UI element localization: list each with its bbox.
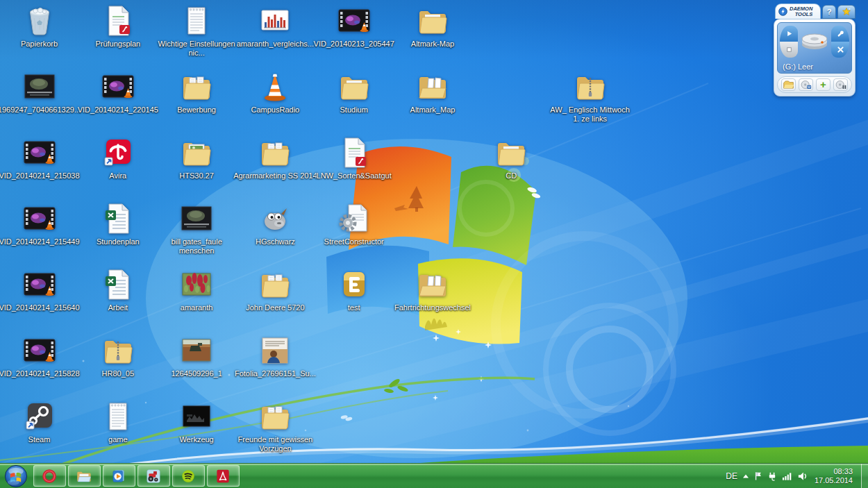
settings-wrench-button[interactable] <box>831 26 849 42</box>
desktop-icon-pruefungsplan[interactable]: Prüfungsplan <box>78 4 157 49</box>
gimp-icon <box>258 202 292 235</box>
desktop-icon-aw-englisch[interactable]: AW_ Englisch Mittwoch 1. ze links <box>551 70 629 124</box>
show-hidden-icons-button[interactable] <box>742 473 749 479</box>
unmount-stop-button[interactable] <box>780 42 798 58</box>
desktop-icon-hts30-27[interactable]: HTS30.27 <box>158 136 236 180</box>
windows-logo-icon <box>4 464 28 488</box>
desktop-icon-hr80-05[interactable]: HR80_05 <box>78 334 157 378</box>
clock-time: 08:33 <box>815 467 853 476</box>
desktop-icon-altmark-map-2[interactable]: Altmark_Map <box>394 70 472 115</box>
video-icon <box>101 70 135 103</box>
desktop-icon-john-deere-5720[interactable]: John Deere 5720 <box>236 268 315 312</box>
desktop-icon-bill-gates[interactable]: bill gates_faule menschen <box>158 202 236 255</box>
desktop-icon-test[interactable]: test <box>315 268 393 312</box>
avira-icon <box>101 136 135 169</box>
desktop-icon-vid-20140214-220145[interactable]: VID_20140214_220145 <box>78 70 157 115</box>
desktop-icon-wichtige-einstellungen[interactable]: Wichtige Einstellungen nic... <box>158 4 236 58</box>
desktop-icon-1264509296-1[interactable]: 1264509296_1 <box>158 334 236 378</box>
desktop-icon-stundenplan[interactable]: Stundenplan <box>78 202 157 246</box>
taskbar-button-opera[interactable] <box>33 465 66 487</box>
photo-dark-icon <box>180 202 213 235</box>
farming-simulator-icon <box>144 467 162 485</box>
desktop-icon-steam[interactable]: Steam <box>0 400 78 444</box>
show-desktop-button[interactable] <box>861 464 868 488</box>
gadget-help-button[interactable]: ? <box>822 5 836 19</box>
video-icon <box>23 268 56 301</box>
desktop-icon-fotolia[interactable]: Fotolia_27696151_Su... <box>236 334 315 378</box>
desktop-icon-bewerbung[interactable]: Bewerbung <box>158 70 236 115</box>
network-signal-icon[interactable] <box>782 471 792 481</box>
chevron-up-icon <box>742 473 749 479</box>
desktop-icon-vid-20140214-215038[interactable]: VID_20140214_215038 <box>0 136 78 180</box>
play-icon <box>785 30 793 37</box>
taskbar-button-wmp[interactable] <box>103 465 135 487</box>
desktop-icons-layer: Papierkorb Prüfungsplan Wichtige Einstel… <box>0 0 868 458</box>
folder-zip-icon <box>574 70 607 103</box>
volume-icon[interactable] <box>797 471 808 481</box>
folder-docs-icon <box>258 136 292 169</box>
photo-field-icon <box>180 334 213 367</box>
desktop-icon-hgschwarz[interactable]: HGschwarz <box>236 202 315 246</box>
folder-photo-icon <box>180 136 213 169</box>
disc-pause-icon <box>835 80 846 90</box>
daemon-tools-tab[interactable]: DAEMON TOOLS <box>775 3 821 19</box>
desktop-icon-vid-20140214-215449[interactable]: VID_20140214_215449 <box>0 202 78 246</box>
device-control-button[interactable] <box>833 78 848 91</box>
desktop-icon-streetconstructor[interactable]: StreetConstructor <box>315 202 393 246</box>
close-x-button[interactable] <box>831 42 849 58</box>
desktop-icon-vid-20140214-215828[interactable]: VID_20140214_215828 <box>0 334 78 378</box>
desktop-icon-papierkorb[interactable]: Papierkorb <box>0 4 78 49</box>
daemon-tools-gadget: DAEMON TOOLS ? <box>774 3 856 96</box>
photo-black-icon <box>180 400 213 433</box>
spotify-icon <box>179 467 197 485</box>
stop-icon <box>785 46 793 53</box>
taskbar-button-spotify[interactable] <box>172 465 205 487</box>
desktop-icon-vid-20140214-215640[interactable]: VID_20140214_215640 <box>0 268 78 312</box>
clock[interactable]: 08:33 17.05.2014 <box>815 467 853 485</box>
notepad-icon <box>101 400 135 433</box>
desktop: Papierkorb Prüfungsplan Wichtige Einstel… <box>0 0 868 488</box>
desktop-icon-arbeit[interactable]: Arbeit <box>78 268 157 312</box>
doc-gear-icon <box>337 202 371 235</box>
mount-image-button[interactable] <box>781 78 796 91</box>
desktop-icon-altmark-map[interactable]: Altmark-Map <box>394 4 472 49</box>
action-center-flag-icon[interactable] <box>754 471 762 481</box>
taskbar-button-adobe-reader[interactable] <box>207 465 240 487</box>
add-drive-button[interactable]: + <box>816 78 831 91</box>
desktop-icon-studium[interactable]: Studium <box>315 70 393 115</box>
language-indicator[interactable]: DE <box>726 471 737 481</box>
desktop-icon-fahrtrichtungswechsel[interactable]: Fahrtrichtungswechsel <box>394 268 472 312</box>
gadget-wizard-button[interactable] <box>837 5 856 19</box>
disc-save-icon <box>800 80 812 90</box>
folder-docs-icon <box>258 400 292 433</box>
taskbar-button-farming-simulator[interactable] <box>137 465 170 487</box>
mount-play-button[interactable] <box>780 26 798 42</box>
desktop-icon-campusradio[interactable]: CampusRadio <box>236 70 315 115</box>
desktop-icon-1969247-7040661329[interactable]: 1969247_7040661329... <box>0 70 78 115</box>
save-image-button[interactable] <box>799 78 813 91</box>
desktop-icon-amaranth[interactable]: amaranth <box>158 268 236 312</box>
desktop-icon-agrarmarketing[interactable]: Agrarmarketing SS 2014 <box>236 136 315 180</box>
desktop-icon-lnw-sorten-saatgut[interactable]: LNW_Sorten&Saatgut <box>315 136 393 180</box>
folder-open-icon <box>416 268 449 301</box>
desktop-icon-cd[interactable]: CD <box>472 136 551 180</box>
chart-icon <box>258 4 292 37</box>
start-button[interactable] <box>0 464 32 488</box>
taskbar-button-explorer[interactable] <box>68 465 101 487</box>
plus-icon: + <box>820 81 826 89</box>
trash-icon <box>23 4 56 37</box>
desktop-icon-freunde[interactable]: Freunde mit gewissen Vorzügen <box>236 400 315 453</box>
folder-icon <box>494 136 528 169</box>
photo-person-icon <box>258 334 292 367</box>
gadget-body: (G:) Leer + <box>774 19 856 96</box>
desktop-icon-werkzeug[interactable]: Werkzeug <box>158 400 236 444</box>
desktop-icon-amaranth-vergleichs[interactable]: amaranth_vergleichs... <box>236 4 315 49</box>
desktop-icon-avira[interactable]: Avira <box>78 136 157 180</box>
power-plug-icon[interactable] <box>767 471 777 481</box>
explorer-icon <box>75 467 93 485</box>
desktop-icon-vid-20140213-205447[interactable]: VID_20140213_205447 <box>315 4 393 49</box>
desktop-icon-game[interactable]: game <box>78 400 157 444</box>
gadget-toolbar: + <box>777 76 852 93</box>
folder-icon <box>337 70 371 103</box>
photo-flowers-icon <box>180 268 213 301</box>
